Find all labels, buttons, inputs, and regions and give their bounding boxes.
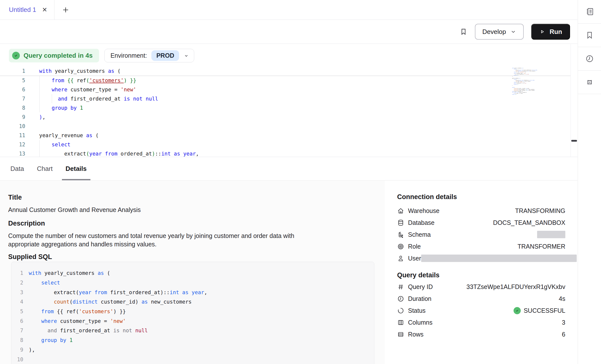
success-check-icon	[514, 307, 521, 314]
code-line: 9),	[0, 112, 571, 122]
editor-scrollbar[interactable]	[571, 44, 577, 157]
schema-value-redacted	[537, 231, 565, 238]
develop-label: Develop	[482, 28, 506, 36]
description-heading: Description	[8, 220, 45, 227]
code-line: 8 group by 1	[15, 336, 374, 345]
results-tab-bar: Data Chart Details	[0, 157, 577, 181]
title-heading: Title	[8, 194, 22, 201]
environment-selector[interactable]: Environment: PROD	[104, 49, 194, 62]
code-line: 11yearly_revenue as (	[0, 131, 571, 140]
role-label: Role	[408, 243, 421, 250]
tab-chart[interactable]: Chart	[37, 157, 53, 180]
main-area: Untitled 1 ✕ Develop Run	[0, 0, 577, 364]
details-main: Title Annual Customer Growth and Revenue…	[0, 181, 385, 364]
indent-guide	[52, 94, 52, 103]
database-label: Database	[408, 219, 435, 226]
code-line: 8 group by 1	[0, 103, 571, 112]
code-line: 6 where customer_type = 'new'	[15, 316, 374, 326]
chevron-down-icon	[184, 53, 189, 58]
code-line: 10	[0, 122, 571, 131]
code-line: 1with yearly_customers as (	[15, 268, 374, 278]
duration-label: Duration	[408, 295, 432, 302]
query-rows: Query ID 33TZseWpe1ALFDUYerxR1gVKxbv Dur…	[397, 281, 565, 340]
tab-details[interactable]: Details	[66, 157, 87, 180]
row-warehouse: Warehouse TRANSFORMING	[397, 205, 565, 217]
rail-bookmark-button[interactable]	[578, 24, 601, 47]
connection-rows: Warehouse TRANSFORMING Database DOCS_TEA…	[397, 205, 565, 264]
new-tab-button[interactable]	[62, 6, 69, 14]
redacted-value	[537, 231, 565, 238]
row-database: Database DOCS_TEAM_SANDBOX	[397, 217, 565, 229]
tab-data[interactable]: Data	[10, 157, 24, 180]
close-icon[interactable]: ✕	[42, 6, 47, 13]
row-rows: Rows 6	[397, 328, 565, 340]
redacted-value	[421, 255, 577, 262]
code-line: 1with yearly_customers as (	[0, 67, 571, 76]
bookmark-icon	[460, 28, 467, 36]
schema-label: Schema	[408, 231, 431, 238]
tab-bar: Untitled 1 ✕	[0, 0, 577, 20]
rail-sparkle-button[interactable]	[578, 71, 601, 94]
run-button[interactable]: Run	[531, 24, 570, 40]
connection-details-heading: Connection details	[397, 193, 457, 201]
hash-icon	[397, 283, 404, 290]
code-line: order by 1	[512, 94, 541, 95]
row-columns: Columns 3	[397, 316, 565, 328]
file-tab-label: Untitled 1	[9, 6, 36, 14]
row-duration: Duration 4s	[397, 293, 565, 305]
indent-guide	[39, 76, 40, 112]
database-value: DOCS_TEAM_SANDBOX	[493, 219, 565, 226]
warehouse-icon	[397, 207, 404, 214]
code-line: 7 and first_ordered_at is not null	[15, 326, 374, 336]
code-line: 9),	[15, 345, 374, 355]
supplied-sql-heading: Supplied SQL	[8, 253, 52, 261]
code-line: 2 select	[15, 278, 374, 288]
history-clock-icon	[585, 54, 594, 63]
schema-icon	[397, 231, 404, 238]
user-icon	[397, 255, 404, 262]
environment-value-pill: PROD	[151, 50, 179, 61]
description-value: Compute the number of new customers and …	[8, 232, 325, 248]
code-line: 7 and first_ordered_at is not null	[0, 94, 571, 103]
code-line: 12 select	[0, 140, 571, 149]
query-status-text: Query completed in 4s	[24, 52, 93, 59]
indent-guide	[39, 140, 40, 157]
clock-icon	[397, 295, 404, 302]
query-id-label: Query ID	[408, 283, 433, 290]
query-details-heading: Query details	[397, 271, 439, 279]
row-query-id: Query ID 33TZseWpe1ALFDUYerxR1gVKxbv	[397, 281, 565, 293]
row-schema: Schema	[397, 229, 565, 240]
code-line: 5 from {{ ref('customers') }}	[15, 307, 374, 316]
check-circle-icon	[12, 52, 20, 59]
query-status-badge: Query completed in 4s	[9, 49, 99, 62]
file-tab-untitled-1[interactable]: Untitled 1 ✕	[0, 0, 55, 20]
notebook-icon	[585, 7, 594, 16]
status-badge-text: SUCCESSFUL	[524, 307, 565, 314]
bookmark-button[interactable]	[460, 28, 467, 36]
play-icon	[539, 28, 546, 35]
details-panel: Title Annual Customer Growth and Revenue…	[0, 181, 577, 364]
warehouse-value: TRANSFORMING	[515, 207, 565, 214]
code-line: 3 extract(year from first_ordered_at)::i…	[15, 287, 374, 297]
supplied-sql-code: 1with yearly_customers as (2 select3 ext…	[11, 262, 374, 364]
editor-code[interactable]: 1with yearly_customers as (5 from {{ ref…	[0, 67, 571, 157]
editor-toolbar: Develop Run	[0, 20, 577, 44]
sparkle-x-icon	[585, 78, 594, 87]
bookmark-icon	[585, 31, 594, 40]
scrollbar-thumb[interactable]	[571, 140, 577, 142]
develop-dropdown[interactable]: Develop	[475, 24, 524, 40]
duration-value: 4s	[559, 295, 565, 302]
row-status: Status SUCCESSFUL	[397, 305, 565, 316]
run-label: Run	[549, 28, 562, 36]
rail-notebook-button[interactable]	[578, 0, 601, 24]
rows-label: Rows	[408, 331, 424, 338]
right-icon-rail	[578, 0, 601, 364]
code-line: 10	[15, 355, 374, 364]
editor-minimap[interactable]: with yearly_customers as ( select extrac…	[512, 68, 541, 96]
code-line: 4 count(distinct customer_id) as new_cus…	[15, 297, 374, 307]
rail-history-button[interactable]	[578, 47, 601, 71]
code-line: 5 from {{ ref('customers') }}	[0, 76, 571, 85]
user-label: User	[408, 255, 421, 262]
row-user: User	[397, 252, 565, 264]
rows-value: 6	[562, 331, 565, 338]
